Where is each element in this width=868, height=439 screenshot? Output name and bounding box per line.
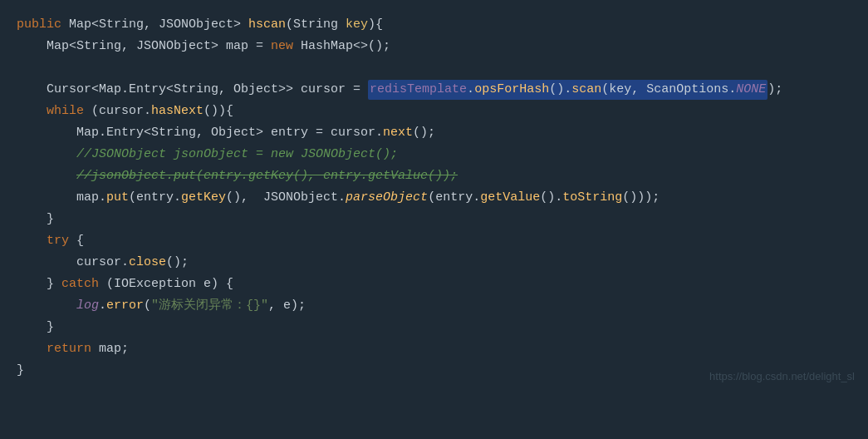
code-line-9: map.put(entry.getKey(), JSONObject.parse…	[17, 188, 851, 210]
highlight-redis: redisTemplate.opsForHash().scan(key, Sca…	[368, 80, 767, 100]
code-line-16: return map;	[17, 339, 851, 361]
keyword-public: public	[17, 15, 69, 35]
code-line-4: Cursor<Map.Entry<String, Object>> cursor…	[17, 80, 851, 101]
type-map: Map<String, JSONObject>	[69, 15, 248, 35]
code-line-12: cursor.close();	[17, 253, 851, 274]
code-line-8: //jsonObject.put(entry.getKey(), entry.g…	[17, 166, 851, 188]
code-line-10: }	[17, 210, 851, 231]
code-line-6: Map.Entry<String, Object> entry = cursor…	[17, 123, 851, 145]
code-line-2: Map<String, JSONObject> map = new HashMa…	[17, 37, 851, 58]
method-hscan: hscan	[248, 15, 286, 35]
watermark-url: https://blog.csdn.net/delight_sl	[709, 368, 855, 386]
code-line-13: } catch (IOException e) {	[17, 274, 851, 296]
code-line-11: try {	[17, 231, 851, 253]
code-line-empty1	[17, 58, 851, 80]
code-line-14: log.error("游标关闭异常：{}", e);	[17, 296, 851, 318]
code-line-5: while (cursor.hasNext()){	[17, 101, 851, 123]
code-line-1: public Map<String, JSONObject> hscan(Str…	[17, 15, 851, 37]
code-line-15: }	[17, 318, 851, 339]
code-editor: public Map<String, JSONObject> hscan(Str…	[0, 0, 868, 397]
code-line-7: //JSONObject jsonObject = new JSONObject…	[17, 145, 851, 166]
